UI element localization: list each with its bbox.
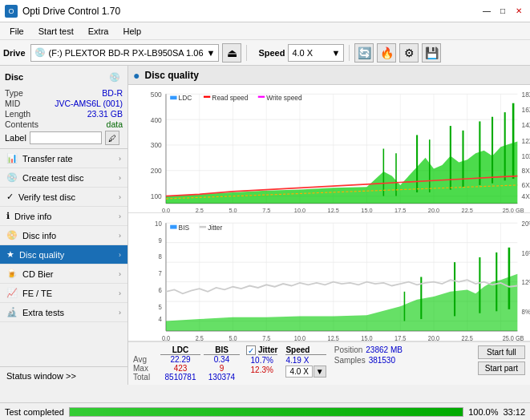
samples-label: Samples <box>334 356 366 365</box>
disc-length-row: Length 23.31 GB <box>5 109 123 119</box>
status-window-button[interactable]: Status window >> <box>0 367 127 385</box>
fe-te-label: FE / TE <box>22 289 52 298</box>
minimize-button[interactable]: — <box>480 5 493 18</box>
svg-text:LDC: LDC <box>179 94 192 102</box>
menubar: File Start test Extra Help <box>0 22 530 40</box>
menu-file[interactable]: File <box>3 25 30 38</box>
sidebar-item-create-test-disc[interactable]: 💿 Create test disc › <box>0 168 127 188</box>
drive-info-icon: ℹ <box>6 211 10 221</box>
nav-items: 📊 Transfer rate › 💿 Create test disc › ✓… <box>0 149 127 366</box>
stats-ldc-avg: 22.29 <box>160 355 200 364</box>
maximize-button[interactable]: □ <box>496 5 509 18</box>
transfer-rate-chevron: › <box>119 155 121 163</box>
disc-contents-label: Contents <box>5 119 38 129</box>
svg-text:15.0: 15.0 <box>361 207 372 212</box>
app-icon: O <box>5 5 18 18</box>
drive-selector[interactable]: 💿 (F:) PLEXTOR BD-R PX-LB950SA 1.06 ▼ <box>30 44 220 62</box>
disc-mid-label: MID <box>5 99 20 108</box>
eject-button[interactable]: ⏏ <box>222 43 241 63</box>
disc-label-btn[interactable]: 🖊 <box>105 131 119 145</box>
svg-text:7.5: 7.5 <box>262 207 270 212</box>
start-buttons: Start full Start part <box>478 345 525 375</box>
jitter-max: 12.3% <box>246 365 277 374</box>
svg-text:100: 100 <box>151 192 162 200</box>
svg-text:6X: 6X <box>522 181 530 189</box>
disc-label-input[interactable] <box>30 131 102 144</box>
sidebar-item-fe-te[interactable]: 📈 FE / TE › <box>0 284 127 303</box>
disc-info-chevron: › <box>119 232 121 240</box>
svg-text:12.5: 12.5 <box>328 334 340 341</box>
svg-text:12X: 12X <box>522 136 530 144</box>
sidebar-item-disc-info[interactable]: 📀 Disc info › <box>0 226 127 245</box>
chart-header-icon: ● <box>133 69 140 82</box>
stats-avg-label: Avg <box>133 355 157 364</box>
svg-text:8%: 8% <box>522 307 530 316</box>
bottom-bar: Test completed 100.0% 33:12 <box>0 402 530 420</box>
status-window-label: Status window >> <box>6 371 76 381</box>
menu-help[interactable]: Help <box>116 25 148 38</box>
svg-text:300: 300 <box>151 141 162 149</box>
disc-type-value: BD-R <box>102 88 123 98</box>
extra-tests-chevron: › <box>119 309 121 317</box>
speed-selector[interactable]: 4.0 X ▼ <box>288 44 344 62</box>
sidebar-item-extra-tests[interactable]: 🔬 Extra tests › <box>0 303 127 322</box>
svg-text:0.0: 0.0 <box>162 334 171 341</box>
sidebar-item-drive-info[interactable]: ℹ Drive info › <box>0 207 127 226</box>
disc-type-row: Type BD-R <box>5 88 123 98</box>
fe-te-icon: 📈 <box>6 288 18 298</box>
svg-text:200: 200 <box>151 167 162 175</box>
start-part-button[interactable]: Start part <box>478 361 525 375</box>
transfer-rate-label: Transfer rate <box>22 154 73 164</box>
stats-table: LDC BIS Avg 22.29 0.34 Max 423 9 Total 8… <box>133 345 240 382</box>
position-val: 23862 MB <box>366 345 403 354</box>
separator-1 <box>246 45 247 61</box>
stats-max-label: Max <box>133 364 157 373</box>
svg-text:500: 500 <box>151 90 162 98</box>
refresh-button[interactable]: 🔄 <box>354 43 374 63</box>
disc-length-value: 23.31 GB <box>87 109 123 119</box>
svg-rect-44 <box>204 96 210 98</box>
svg-text:5.0: 5.0 <box>229 334 237 341</box>
disc-contents-value: data <box>107 119 123 129</box>
burn-button[interactable]: 🔥 <box>377 43 396 63</box>
disc-contents-row: Contents data <box>5 119 123 129</box>
stats-ldc-header: LDC <box>160 345 200 355</box>
chart-bis-jitter-svg: 10 9 8 7 6 5 4 20% 16% 12% 8% 0.0 2.5 5.… <box>128 213 530 341</box>
disc-quality-icon: ★ <box>6 249 14 260</box>
speed-dropdown-btn[interactable]: ▼ <box>314 365 326 378</box>
close-button[interactable]: ✕ <box>512 5 525 18</box>
svg-text:14X: 14X <box>522 121 530 129</box>
create-test-disc-label: Create test disc <box>22 173 83 183</box>
svg-text:8: 8 <box>158 252 162 261</box>
stats-total-label: Total <box>133 373 157 382</box>
speed-setting-row: 4.0 X ▼ <box>285 365 326 378</box>
start-full-button[interactable]: Start full <box>478 345 525 359</box>
sidebar-item-cd-bier[interactable]: 🍺 CD Bier › <box>0 265 127 284</box>
toolbar: Drive 💿 (F:) PLEXTOR BD-R PX-LB950SA 1.0… <box>0 40 530 66</box>
speed-dropdown-arrow[interactable]: ▼ <box>332 48 341 58</box>
jitter-checkbox[interactable]: ✓ <box>246 345 256 355</box>
svg-text:400: 400 <box>151 115 162 123</box>
svg-rect-46 <box>258 96 265 98</box>
sidebar-item-disc-quality[interactable]: ★ Disc quality › <box>0 245 127 265</box>
save-button[interactable]: 💾 <box>422 43 441 63</box>
sidebar-item-verify-test-disc[interactable]: ✓ Verify test disc › <box>0 188 127 207</box>
sidebar-item-transfer-rate[interactable]: 📊 Transfer rate › <box>0 149 127 168</box>
stats-bis-header: BIS <box>204 345 240 355</box>
svg-text:16%: 16% <box>522 248 530 257</box>
menu-extra[interactable]: Extra <box>82 25 115 38</box>
speed-header: Speed <box>285 345 326 355</box>
samples-val: 381530 <box>369 356 395 365</box>
menu-start-test[interactable]: Start test <box>32 25 80 38</box>
svg-text:17.5: 17.5 <box>394 207 406 212</box>
svg-text:4: 4 <box>158 314 162 323</box>
jitter-section: ✓ Jitter 10.7% 12.3% <box>246 345 277 374</box>
position-section: Position 23862 MB Samples 381530 <box>334 345 403 365</box>
settings-button[interactable]: ⚙ <box>399 43 419 63</box>
verify-test-disc-icon: ✓ <box>6 192 14 202</box>
drive-dropdown-arrow[interactable]: ▼ <box>207 48 216 58</box>
chart-ldc: 500 400 300 200 100 18X 16X 14X 12X 10X … <box>128 85 530 213</box>
app-title: Opti Drive Control 1.70 <box>22 6 120 17</box>
stats-empty <box>133 345 157 355</box>
stats-bis-avg: 0.34 <box>204 355 240 364</box>
